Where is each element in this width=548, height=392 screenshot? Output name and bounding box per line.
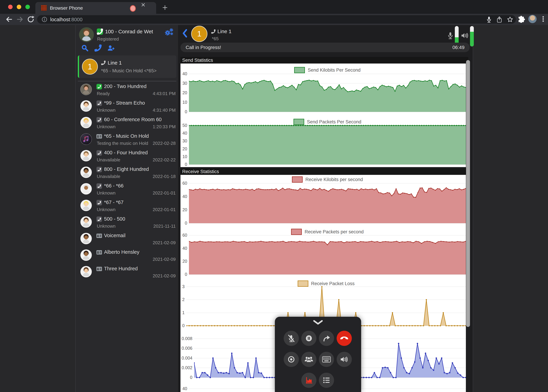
chart-ytick-label: 0.008	[178, 336, 192, 341]
browser-menu-kebab-icon[interactable]	[539, 15, 547, 23]
chart-ytick-label: 0	[178, 375, 192, 380]
buddy-status: Unknown	[97, 207, 115, 212]
active-line-item[interactable]: 1 Line 1 *65 - Music On Hold <*65>	[78, 56, 176, 78]
transfer-button[interactable]	[319, 331, 334, 346]
voice-search-icon[interactable]	[486, 16, 492, 23]
contact-card-icon	[97, 266, 102, 272]
chart-ytick-label: 0.006	[178, 346, 192, 351]
search-icon[interactable]	[81, 44, 89, 52]
new-tab-button[interactable]	[162, 5, 168, 11]
window-zoom-button[interactable]	[25, 5, 30, 9]
chart-ytick-label: 60	[178, 181, 187, 186]
chart-ytick-label: 40	[178, 71, 187, 76]
extensions-puzzle-icon[interactable]	[518, 15, 526, 23]
chart-send_pps	[189, 123, 466, 167]
send-statistics-header: Send Statistics	[180, 57, 468, 63]
chart-recv_kbps	[189, 181, 466, 226]
hold-button[interactable]	[301, 331, 316, 346]
line-number-badge: 1	[82, 59, 98, 75]
chart-ytick-label: 20	[178, 207, 187, 212]
buddy-avatar	[80, 183, 92, 195]
buddy-avatar	[80, 249, 92, 261]
buddy-time: 1:20:33 PM	[153, 124, 176, 129]
browser-tab[interactable]: Browser Phone	[35, 2, 156, 14]
chart-ytick-label: 50	[178, 123, 187, 128]
buddy-row[interactable]: 200 - Two HundredReady4:43:01 PM	[76, 81, 178, 98]
buddy-avatar	[80, 100, 92, 112]
tab-recording-indicator-icon	[130, 5, 136, 12]
buddy-row[interactable]: *66 - *66Unknown2022-01-01	[76, 181, 178, 197]
chart-ytick-label: 2	[178, 297, 185, 302]
call-control-overlay	[275, 317, 361, 392]
mute-button[interactable]	[284, 331, 299, 346]
buddy-row[interactable]: 800 - Eight HundredUnavailable2022-01-18	[76, 164, 178, 181]
buddy-row[interactable]: *67 - *67Unknown2022-01-01	[76, 197, 178, 214]
buddy-name: *99 - Stream Echo	[104, 100, 145, 106]
buddy-time: 2022-01-01	[153, 190, 176, 196]
site-info-icon[interactable]	[42, 17, 47, 22]
url-text: localhost:8000	[50, 17, 83, 22]
window-close-button[interactable]	[8, 5, 13, 9]
chart-ytick-label: 10	[178, 100, 187, 105]
reload-icon[interactable]	[27, 15, 35, 23]
header-line-subtitle: *65	[212, 36, 219, 42]
call-status-bar: Call in Progress! 06:49	[180, 43, 470, 52]
buddy-row[interactable]: Alberto Hensley2021-02-09	[76, 247, 178, 264]
header-line-title: Line 1	[217, 28, 232, 34]
tab-close-icon[interactable]	[143, 5, 149, 11]
chart-ytick-label: 60	[178, 233, 187, 238]
user-avatar	[79, 27, 94, 42]
buddy-name: 500 - 500	[104, 216, 125, 222]
window-minimize-button[interactable]	[17, 5, 21, 9]
bookmark-star-icon[interactable]	[507, 16, 513, 23]
buddy-name: 60 - Conference Room 60	[104, 117, 162, 122]
buddy-name: 800 - Eight Hundred	[104, 166, 149, 172]
call-status-text: Call in Progress!	[186, 45, 221, 50]
browser-phone-app: 100 - Conrad de Wet Registered 1 Line 1 …	[0, 25, 548, 392]
buddy-avatar	[80, 167, 92, 178]
buddy-time: 2021-02-09	[153, 240, 176, 245]
chart-ytick-label: 0	[178, 221, 187, 226]
buddy-row[interactable]: Voicemail2021-02-09	[76, 231, 178, 247]
buddy-avatar	[80, 150, 92, 161]
chart-ytick-label: 0.004	[178, 356, 192, 361]
speaker-level-meter	[470, 26, 474, 46]
user-extension-name: 100 - Conrad de Wet	[105, 29, 153, 35]
back-chevron-icon[interactable]	[182, 29, 187, 38]
collapse-chevron-down-icon[interactable]	[312, 320, 324, 325]
speaker-button[interactable]	[337, 352, 352, 367]
call-details-list-button[interactable]	[319, 373, 334, 388]
buddy-row[interactable]: 500 - 500Unknown2021-11-11	[76, 214, 178, 231]
browser-profile-avatar[interactable]	[528, 15, 537, 23]
address-bar[interactable]: localhost:8000	[37, 15, 516, 24]
buddy-row[interactable]: Three Hundred2021-02-09	[76, 264, 178, 280]
share-icon[interactable]	[496, 16, 503, 23]
buddy-name: *66 - *66	[104, 183, 124, 189]
chart-ytick-label: 40	[178, 246, 187, 251]
contact-card-icon	[97, 133, 102, 139]
buddy-row[interactable]: 400 - Four HundredUnavailable2022-02-22	[76, 147, 178, 164]
phone-badge-gray-icon	[97, 217, 102, 222]
buddy-status: Unavailable	[97, 157, 120, 163]
buddy-name: 400 - Four Hundred	[104, 150, 148, 155]
end-call-button[interactable]	[337, 331, 352, 346]
dial-phone-icon[interactable]	[94, 44, 102, 52]
call-stats-button[interactable]	[301, 373, 316, 388]
line-subtitle: *65 - Music On Hold <*65>	[101, 68, 157, 74]
buddy-avatar	[80, 216, 92, 228]
conference-button[interactable]	[301, 352, 316, 367]
forward-icon[interactable]	[16, 15, 24, 23]
add-contact-icon[interactable]	[107, 44, 115, 52]
settings-gear-icon[interactable]	[165, 28, 173, 36]
buddy-row[interactable]: *99 - Stream EchoUnknown4:31:40 PM	[76, 98, 178, 114]
line-title: Line 1	[108, 60, 122, 66]
phone-badge-gray-icon	[97, 183, 102, 189]
buddy-row[interactable]: 60 - Conference Room 60Unknown1:20:33 PM	[76, 114, 178, 131]
keypad-button[interactable]	[319, 352, 334, 367]
back-icon[interactable]	[5, 15, 13, 23]
buddy-time: 2021-11-11	[153, 224, 176, 229]
scrollbar-thumb[interactable]	[466, 60, 470, 327]
buddy-row[interactable]: *65 - Music On HoldTesting the music on …	[76, 131, 178, 147]
record-button[interactable]	[284, 352, 299, 367]
buddy-status: Ready	[97, 91, 110, 96]
